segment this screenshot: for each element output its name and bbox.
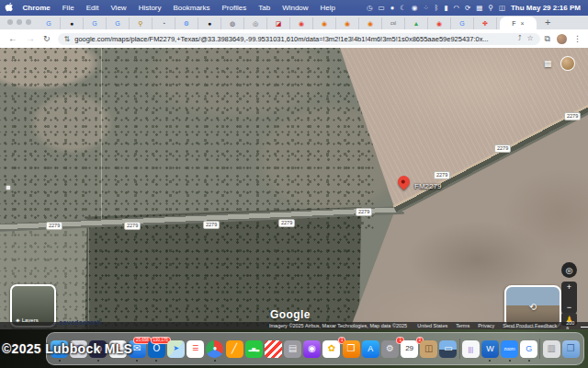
tab-dark-globe[interactable]: ●	[198, 17, 221, 29]
dock-separator	[459, 339, 460, 359]
dock-books[interactable]: ❐	[343, 340, 360, 358]
forward-icon[interactable]: →	[26, 34, 35, 43]
dock-contacts[interactable]: ◫	[420, 340, 437, 358]
menu-chrome[interactable]: Chrome	[17, 4, 56, 12]
tab-gear[interactable]: ⚙	[175, 17, 198, 29]
record-menulet-icon[interactable]: ◉	[412, 5, 418, 12]
layers-widget[interactable]: ◈ Layers	[10, 284, 56, 328]
spotlight-search-icon[interactable]: ⚲	[488, 5, 493, 12]
zoom-in-button[interactable]: +	[567, 283, 571, 292]
app-dot-menulet-icon[interactable]: ●	[390, 5, 395, 12]
dock-app-store[interactable]: A	[362, 340, 379, 358]
dock-pages[interactable]: ╱	[226, 340, 243, 358]
tab-key[interactable]: ⚲	[130, 17, 153, 29]
dock-media-app[interactable]: ▭	[439, 340, 457, 358]
clock-menulet-icon[interactable]: ◷	[367, 5, 373, 12]
tab-orange-badge[interactable]: ◉	[336, 17, 359, 29]
tab-google[interactable]: G	[451, 17, 474, 29]
dock-outlook[interactable]: O 130,175	[148, 340, 165, 358]
menu-history[interactable]: History	[132, 4, 167, 12]
dock-settings[interactable]: ⚙ 1	[381, 340, 399, 358]
attr-feedback[interactable]: Send Product Feedback	[503, 323, 557, 328]
menu-file[interactable]: File	[56, 4, 80, 12]
zoom-out-button[interactable]: −	[567, 304, 571, 312]
tab-google[interactable]: G	[84, 17, 107, 29]
macos-menubar: ChromeFileEditViewHistoryBookmarksProfil…	[0, 0, 588, 16]
tab-google[interactable]: G	[38, 17, 61, 29]
back-icon[interactable]: ←	[8, 34, 17, 43]
browser-menu-icon[interactable]: ⋮	[573, 34, 582, 43]
attr-united-states[interactable]: United States	[417, 323, 447, 328]
display-menulet-icon[interactable]: ▭	[379, 5, 385, 12]
tab-maps-pin[interactable]: ◉	[290, 17, 313, 29]
bookmark-star-icon[interactable]: ☆	[526, 35, 533, 42]
google-apps-grid-icon[interactable]: ▦	[544, 59, 552, 68]
menu-window[interactable]: Window	[277, 4, 314, 12]
dock-news[interactable]	[265, 340, 282, 358]
dock-printer[interactable]: ▤	[284, 340, 301, 358]
omnibox[interactable]: ⇅ google.com/maps/place/FM2279,+Texas/@3…	[58, 33, 540, 45]
road-shield: 2279	[356, 208, 372, 216]
tab-drive[interactable]: ▲	[405, 17, 428, 29]
menu-view[interactable]: View	[105, 4, 132, 12]
dock-trash[interactable]: ▥	[543, 340, 560, 358]
dock-downloads-folder[interactable]: ❒	[562, 340, 580, 358]
apple-logo-icon[interactable]	[0, 3, 17, 13]
wifi-icon[interactable]: ◠	[453, 5, 459, 12]
tab-google-colors[interactable]: ✤	[474, 17, 497, 29]
my-location-button[interactable]: ◎	[561, 262, 577, 278]
menu-help[interactable]: Help	[314, 4, 341, 12]
dock-apple-maps[interactable]: ➤	[167, 340, 185, 358]
menu-tab[interactable]: Tab	[253, 4, 277, 12]
menubar-clock[interactable]: Thu May 29 2:16 PM	[511, 4, 581, 12]
site-settings-icon[interactable]: ⇅	[64, 35, 71, 43]
google-account-avatar[interactable]	[560, 56, 575, 71]
dock-colorful-bars-app[interactable]: |||	[462, 340, 480, 358]
keyboard-icon[interactable]: ▦	[476, 5, 482, 12]
tab-red-app[interactable]: ◪	[267, 17, 290, 29]
satellite-map[interactable]: 22792279227922792279227922792279 FM2279 …	[0, 48, 588, 329]
tab-close-icon[interactable]: ×	[521, 20, 525, 27]
menu-edit[interactable]: Edit	[80, 4, 105, 12]
zoom-window-button[interactable]	[26, 19, 31, 25]
tab-orange-badge[interactable]: ◉	[359, 17, 382, 29]
tab-google[interactable]: G	[107, 17, 130, 29]
profile-avatar[interactable]	[557, 34, 567, 44]
dock-calendar[interactable]: 29 3	[401, 340, 418, 358]
tab-clock[interactable]: ◔	[153, 17, 175, 29]
dock-photos[interactable]: ✿ 1	[322, 340, 340, 358]
dock-zoom[interactable]: zoom	[501, 340, 518, 358]
dock-google[interactable]: G	[520, 340, 537, 358]
tab-globe[interactable]: ◎	[244, 17, 267, 29]
active-tab[interactable]: F ×	[500, 17, 537, 29]
dock-reminders[interactable]: ☰	[187, 340, 204, 358]
tab-orange-badge[interactable]: ◉	[313, 17, 336, 29]
dock-numbers[interactable]: ▂▅▃	[245, 340, 263, 358]
sync-icon[interactable]: ⟳	[465, 5, 470, 12]
tab-dark-globe[interactable]: ●	[61, 17, 84, 29]
focus-moon-icon[interactable]: ☾	[400, 5, 406, 12]
menu-bookmarks[interactable]: Bookmarks	[167, 4, 216, 12]
stage-manager-icon[interactable]: ⁘	[424, 5, 429, 12]
side-panel-icon[interactable]: ⧉	[545, 34, 550, 44]
tab-csl[interactable]: csl	[382, 17, 405, 29]
tab-maps-pin[interactable]: ◉	[428, 17, 451, 29]
bluetooth-icon[interactable]: ᛒ	[435, 5, 439, 12]
road-shield: 2279	[46, 222, 62, 230]
new-tab-button[interactable]: +	[545, 17, 550, 29]
menu-profiles[interactable]: Profiles	[216, 4, 253, 12]
fast-user-icon[interactable]: ◫	[499, 5, 505, 12]
dock-word[interactable]: W	[481, 340, 499, 358]
tab-globe[interactable]: ◍	[221, 17, 244, 29]
url-text[interactable]: google.com/maps/place/FM2279,+Texas/@33.…	[74, 35, 512, 43]
reload-icon[interactable]: ↻	[43, 35, 51, 43]
scale-label: 200 ft	[566, 320, 578, 329]
dock-chrome[interactable]: ●	[206, 340, 223, 358]
dock-podcasts[interactable]: ◉	[303, 340, 321, 358]
send-to-device-icon[interactable]: ⤴	[517, 35, 521, 42]
minimize-window-button[interactable]	[17, 19, 22, 25]
attr-privacy[interactable]: Privacy	[478, 323, 494, 328]
close-window-button[interactable]	[7, 19, 13, 25]
attr-terms[interactable]: Terms	[456, 323, 469, 328]
battery-icon[interactable]: ▮	[444, 5, 447, 12]
